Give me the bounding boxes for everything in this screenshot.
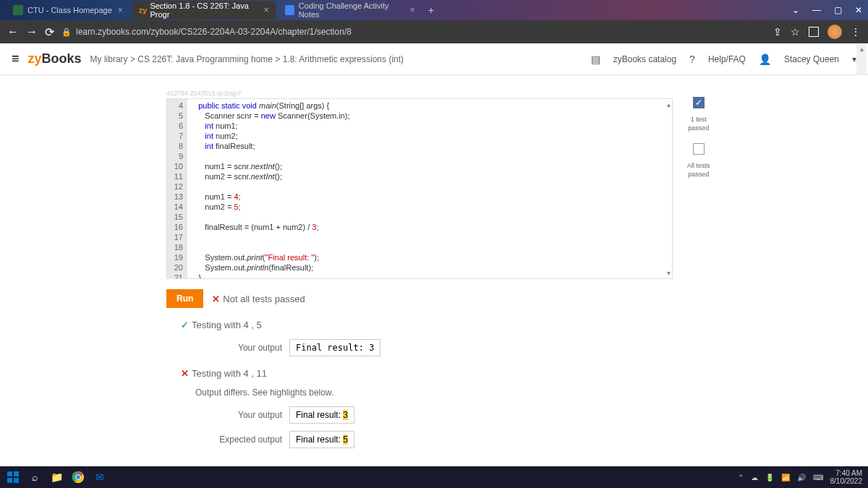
- zybooks-logo[interactable]: zyBooks: [28, 51, 82, 67]
- chrome-icon[interactable]: [71, 470, 85, 484]
- lock-icon: 🔒: [61, 27, 72, 37]
- code-text[interactable]: public static void main(String[] args) {…: [187, 99, 354, 279]
- bookmark-icon[interactable]: ☆: [791, 26, 800, 38]
- status-label: passed: [688, 124, 709, 132]
- svg-rect-2: [7, 478, 12, 483]
- catalog-icon: ▤: [591, 53, 600, 65]
- address-bar[interactable]: 🔒 learn.zybooks.com/zybook/CS226-2204A-0…: [61, 27, 766, 37]
- run-summary: ✕ Not all tests passed: [212, 294, 305, 304]
- keyboard-icon[interactable]: ⌨: [813, 474, 823, 481]
- tab-favicon: zy: [139, 6, 148, 14]
- reload-button[interactable]: ⟳: [45, 25, 54, 39]
- status-label: All tests: [687, 162, 710, 169]
- output-value: Final result: 3: [289, 339, 380, 356]
- window-tab-strip: CTU - Class Homepage × zy Section 1.8 - …: [0, 0, 868, 20]
- output-label: Expected output: [210, 435, 282, 445]
- mail-icon[interactable]: ✉: [93, 470, 107, 484]
- scroll-up-icon[interactable]: ▴: [667, 100, 671, 108]
- forward-button[interactable]: →: [26, 25, 38, 38]
- browser-tab-0[interactable]: CTU - Class Homepage ×: [6, 1, 130, 20]
- share-icon[interactable]: ⇪: [773, 26, 782, 38]
- svg-point-6: [76, 475, 81, 480]
- breadcrumb[interactable]: My library > CS 226T: Java Programming h…: [90, 54, 404, 64]
- tab-favicon: [285, 5, 294, 15]
- test-status-column: ✓ 1 test passed All tests passed: [687, 97, 710, 178]
- test-title-text: Testing with 4 , 11: [192, 368, 267, 379]
- search-icon[interactable]: ⌕: [27, 470, 42, 484]
- code-editor[interactable]: ▴ ▾ 45678910111213141516171819202122 pub…: [166, 98, 673, 279]
- file-explorer-icon[interactable]: 📁: [49, 470, 64, 484]
- catalog-link[interactable]: zyBooks catalog: [613, 54, 676, 64]
- test-title-text: Testing with 4 , 5: [192, 320, 262, 330]
- x-icon: ✕: [181, 368, 189, 379]
- wifi-icon[interactable]: 📶: [781, 474, 790, 481]
- test-pass-indicator: ✓: [693, 97, 705, 108]
- test-result-1: ✓ Testing with 4 , 5 Your output Final r…: [181, 320, 868, 356]
- output-value: Final result: 3: [289, 406, 354, 424]
- test-result-2: ✕ Testing with 4 , 11 Output differs. Se…: [181, 368, 868, 448]
- windows-taskbar: ⌕ 📁 ✉ ⌃ ☁ 🔋 📶 🔊 ⌨ 7:40 AM 8/10/2022: [0, 466, 868, 488]
- check-icon: ✓: [181, 320, 189, 330]
- x-icon: ✕: [212, 294, 220, 304]
- tab-title: Section 1.8 - CS 226T: Java Progr: [150, 1, 258, 19]
- browser-tab-2[interactable]: Coding Challenge Activity Notes ×: [278, 1, 422, 20]
- scroll-down-icon[interactable]: ▾: [667, 269, 671, 277]
- close-icon[interactable]: ×: [410, 5, 415, 15]
- browser-toolbar: ← → ⟳ 🔒 learn.zybooks.com/zybook/CS226-2…: [0, 20, 868, 43]
- svg-rect-1: [14, 471, 19, 476]
- code-editor-panel: 422784.2543518.qx3zqy7 ▴ ▾ 4567891011121…: [166, 90, 673, 279]
- cloud-icon[interactable]: ☁: [751, 474, 758, 481]
- status-label: passed: [688, 171, 709, 178]
- status-label: 1 test: [691, 116, 707, 123]
- scroll-up-icon[interactable]: ▴: [856, 45, 867, 53]
- close-icon[interactable]: ×: [118, 5, 123, 15]
- close-icon[interactable]: ×: [264, 5, 269, 15]
- tab-title: CTU - Class Homepage: [27, 6, 112, 14]
- user-menu[interactable]: Stacey Queen: [784, 54, 839, 64]
- content-area: 422784.2543518.qx3zqy7 ▴ ▾ 4567891011121…: [0, 75, 868, 466]
- output-label: Your output: [210, 410, 282, 420]
- output-value: Final result: 5: [289, 431, 354, 448]
- svg-rect-3: [14, 478, 19, 483]
- back-button[interactable]: ←: [7, 25, 19, 38]
- browser-tab-1[interactable]: zy Section 1.8 - CS 226T: Java Progr ×: [132, 1, 276, 20]
- reading-list-icon[interactable]: [809, 27, 819, 37]
- user-icon: 👤: [759, 53, 771, 65]
- watermark-text: 422784.2543518.qx3zqy7: [166, 90, 673, 97]
- tab-title: Coding Challenge Activity Notes: [299, 1, 404, 19]
- diff-note: Output differs. See highlights below.: [195, 388, 868, 398]
- url-text: learn.zybooks.com/zybook/CS226-2204A-03-…: [76, 27, 352, 37]
- minimize-button[interactable]: —: [812, 5, 821, 15]
- new-tab-button[interactable]: +: [428, 4, 434, 16]
- tab-favicon: [13, 5, 23, 15]
- line-gutter: 45678910111213141516171819202122: [167, 99, 187, 279]
- clock[interactable]: 7:40 AM 8/10/2022: [830, 469, 863, 485]
- start-button[interactable]: [6, 470, 20, 484]
- profile-avatar[interactable]: [827, 25, 842, 39]
- zybooks-header: ≡ zyBooks My library > CS 226T: Java Pro…: [0, 43, 868, 75]
- svg-rect-0: [7, 471, 12, 476]
- window-close-button[interactable]: ✕: [855, 5, 862, 15]
- run-row: Run ✕ Not all tests passed: [166, 289, 868, 308]
- kebab-menu-icon[interactable]: ⋮: [851, 26, 861, 38]
- battery-icon[interactable]: 🔋: [765, 474, 774, 481]
- help-icon: ?: [689, 53, 695, 65]
- hamburger-menu-icon[interactable]: ≡: [12, 51, 20, 67]
- chevron-down-icon[interactable]: ⌄: [792, 5, 799, 15]
- run-button[interactable]: Run: [166, 289, 203, 308]
- test-fail-indicator: [693, 143, 705, 155]
- volume-icon[interactable]: 🔊: [797, 474, 806, 481]
- maximize-button[interactable]: ▢: [834, 5, 842, 15]
- output-label: Your output: [210, 343, 282, 353]
- help-link[interactable]: Help/FAQ: [708, 54, 746, 64]
- chevron-up-icon[interactable]: ⌃: [738, 474, 744, 481]
